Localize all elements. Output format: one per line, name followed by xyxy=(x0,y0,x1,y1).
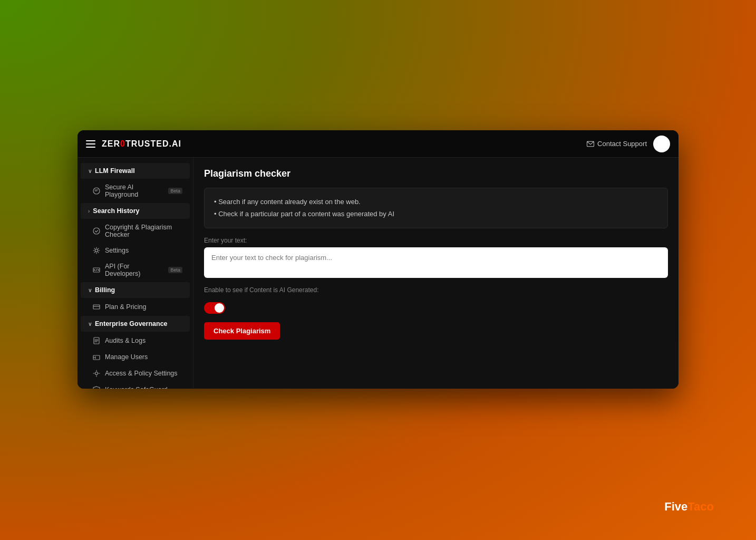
sidebar-item-label-copyright: Copyright & Plagiarism Checker xyxy=(105,224,182,238)
sidebar-item-keywords[interactable]: Keywords SafeGuard xyxy=(81,382,190,389)
header: ZER0TRUSTED.AI Contact Support xyxy=(77,130,679,158)
sidebar-section-label-billing: Billing xyxy=(95,286,115,294)
sidebar-section-label-llm: LLM Firewall xyxy=(95,167,135,175)
card-icon xyxy=(92,303,101,311)
sidebar-section-search-history[interactable]: › Search History xyxy=(81,203,190,219)
ai-content-toggle[interactable] xyxy=(204,302,225,314)
page-title: Plagiarism checker xyxy=(204,168,668,179)
logo-zero: 0 xyxy=(120,139,125,148)
sidebar-item-label-plan: Plan & Pricing xyxy=(105,303,147,311)
text-area-label: Enter your text: xyxy=(204,237,668,244)
svg-point-2 xyxy=(93,228,100,234)
fivetaco-five: Five xyxy=(664,500,687,513)
doc-icon xyxy=(92,336,101,345)
app-window: ZER0TRUSTED.AI Contact Support ∨ LLM Fir… xyxy=(77,130,679,389)
chevron-down-icon-enterprise: ∨ xyxy=(88,321,92,327)
chat-icon xyxy=(92,187,101,195)
sidebar-item-manage-users[interactable]: Manage Users xyxy=(81,349,190,365)
chevron-down-icon: ∨ xyxy=(88,168,92,174)
main-layout: ∨ LLM Firewall Secure AI Playground Beta… xyxy=(77,158,679,389)
sidebar-item-label-api: API (For Developers) xyxy=(105,263,163,277)
sidebar: ∨ LLM Firewall Secure AI Playground Beta… xyxy=(77,158,193,389)
sidebar-item-settings[interactable]: Settings xyxy=(81,243,190,258)
info-list: Search if any content already exist on t… xyxy=(214,196,658,220)
sidebar-item-label-access: Access & Policy Settings xyxy=(105,370,178,377)
shield-icon xyxy=(92,385,101,389)
text-area-container[interactable] xyxy=(204,247,668,278)
content-area: Plagiarism checker Search if any content… xyxy=(193,158,679,389)
sidebar-item-api[interactable]: API (For Developers) Beta xyxy=(81,259,190,281)
mail-icon xyxy=(587,140,594,148)
contact-support-link[interactable]: Contact Support xyxy=(587,140,647,148)
info-bullet-2: Check if a particular part of a content … xyxy=(214,208,658,220)
logo: ZER0TRUSTED.AI xyxy=(102,139,181,149)
sidebar-section-enterprise[interactable]: ∨ Enterprise Governance xyxy=(81,316,190,332)
sidebar-section-label-enterprise: Enterprise Governance xyxy=(95,320,168,327)
sidebar-section-billing[interactable]: ∨ Billing xyxy=(81,282,190,298)
sidebar-item-copyright[interactable]: Copyright & Plagiarism Checker xyxy=(81,220,190,242)
check-circle-icon xyxy=(92,227,101,235)
svg-point-3 xyxy=(95,249,98,252)
fivetaco-taco: Taco xyxy=(687,500,714,513)
sidebar-section-label-search: Search History xyxy=(93,207,139,215)
svg-rect-5 xyxy=(93,305,100,309)
avatar[interactable] xyxy=(653,136,670,152)
toggle-row: Enable to see if Content is AI Generated… xyxy=(204,286,668,294)
chevron-right-icon: › xyxy=(88,208,90,214)
check-plagiarism-button[interactable]: Check Plagiarism xyxy=(204,322,280,340)
sidebar-item-plan-pricing[interactable]: Plan & Pricing xyxy=(81,299,190,315)
sidebar-item-secure-ai[interactable]: Secure AI Playground Beta xyxy=(81,180,190,202)
plagiarism-text-input[interactable] xyxy=(211,254,661,269)
gear-icon xyxy=(92,246,101,255)
sidebar-item-label-manage-users: Manage Users xyxy=(105,353,148,361)
user-icon xyxy=(92,353,101,361)
sidebar-item-audits[interactable]: Audits & Logs xyxy=(81,333,190,349)
sidebar-item-access-policy[interactable]: Access & Policy Settings xyxy=(81,365,190,381)
secure-ai-badge: Beta xyxy=(168,188,182,194)
gear2-icon xyxy=(92,369,101,378)
chevron-down-icon-billing: ∨ xyxy=(88,287,92,293)
toggle-label: Enable to see if Content is AI Generated… xyxy=(204,286,318,294)
fivetaco-brand: FiveTaco xyxy=(664,500,714,514)
info-box: Search if any content already exist on t… xyxy=(204,188,668,228)
sidebar-section-llm-firewall[interactable]: ∨ LLM Firewall xyxy=(81,163,190,179)
contact-support-label: Contact Support xyxy=(597,140,647,148)
toggle-switch-row xyxy=(204,302,668,314)
sidebar-item-label-audits: Audits & Logs xyxy=(105,337,146,344)
header-left: ZER0TRUSTED.AI xyxy=(86,139,181,149)
info-bullet-1: Search if any content already exist on t… xyxy=(214,196,658,208)
logo-text: ZER0TRUSTED.AI xyxy=(102,139,181,149)
sidebar-item-label-keywords: Keywords SafeGuard xyxy=(105,386,168,389)
header-right: Contact Support xyxy=(587,136,670,152)
sidebar-item-label-settings: Settings xyxy=(105,247,129,254)
sidebar-item-label-secure-ai: Secure AI Playground xyxy=(105,184,163,198)
hamburger-icon[interactable] xyxy=(86,140,95,148)
api-badge: Beta xyxy=(168,267,182,273)
svg-point-8 xyxy=(95,372,98,375)
api-icon xyxy=(92,266,101,274)
